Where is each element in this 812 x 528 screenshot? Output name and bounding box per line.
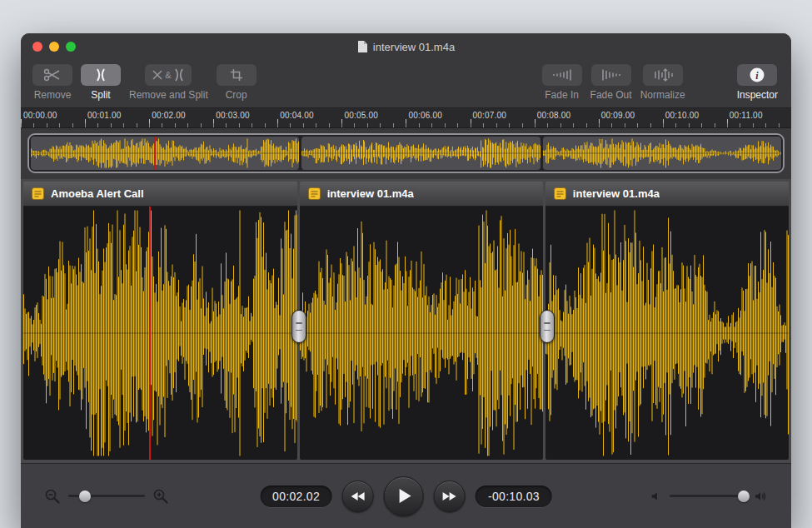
volume-low-icon[interactable]	[650, 491, 662, 502]
remove-and-split-label: Remove and Split	[129, 89, 208, 101]
track-panel-2[interactable]: interview 01.m4a	[300, 182, 543, 460]
playhead-line[interactable]	[149, 207, 151, 460]
crop-label: Crop	[226, 89, 247, 101]
fade-in-label: Fade In	[545, 89, 579, 101]
titlebar: interview 01.m4a	[21, 33, 791, 60]
effects-button-group: Fade In Fade Out Normalize	[542, 64, 685, 101]
ruler-tick-label: 00:05.00	[341, 108, 406, 127]
ruler-tick-label: 00:08.00	[535, 108, 599, 127]
scissors-icon	[32, 64, 72, 86]
edit-button-group: Remove Split & Remove and Split Crop	[32, 64, 257, 101]
normalize-button[interactable]: Normalize	[640, 64, 685, 101]
inspector-button-group: i Inspector	[737, 64, 778, 101]
track-waveform-3[interactable]	[545, 207, 789, 460]
time-ruler[interactable]: 00:00.0000:01.0000:02.0000:03.0000:04.00…	[21, 107, 791, 128]
split-drag-handle-1[interactable]	[291, 310, 306, 343]
remove-label: Remove	[34, 89, 72, 101]
split-button[interactable]: Split	[81, 64, 121, 101]
elapsed-time-display: 00:02.02	[260, 486, 332, 507]
ruler-tick-label: 00:04.00	[277, 108, 341, 127]
ruler-tick-label: 00:00.00	[21, 108, 85, 127]
zoom-in-icon[interactable]	[152, 488, 169, 505]
close-button[interactable]	[32, 42, 42, 52]
transport-controls: 00:02.02 -00:10.03	[260, 476, 552, 516]
track-header-1[interactable]: Amoeba Alert Call	[23, 182, 297, 207]
fast-forward-button[interactable]	[434, 481, 466, 512]
overview-playhead[interactable]	[154, 137, 156, 170]
ruler-tick-label: 00:09.00	[599, 108, 663, 127]
ruler-tick-label: 00:06.00	[406, 108, 470, 127]
fade-in-button[interactable]: Fade In	[542, 64, 582, 101]
play-button[interactable]	[384, 476, 424, 516]
remaining-time-display: -00:10.03	[476, 486, 552, 507]
track-waveform-1[interactable]	[23, 207, 297, 460]
remove-and-split-icon: &	[145, 64, 192, 86]
file-icon	[308, 187, 321, 200]
waveform-canvas-1	[23, 207, 297, 460]
volume-high-icon[interactable]	[754, 491, 768, 502]
normalize-label: Normalize	[640, 89, 685, 101]
fade-out-icon	[591, 64, 631, 86]
traffic-lights	[32, 33, 76, 60]
normalize-icon	[643, 64, 683, 86]
ruler-tick-label: 00:03.00	[213, 108, 277, 127]
overview-strip[interactable]	[27, 133, 785, 173]
track-waveform-2[interactable]	[300, 207, 543, 460]
track-name: interview 01.m4a	[573, 187, 660, 200]
track-panel-1[interactable]: Amoeba Alert Call	[23, 182, 297, 460]
split-drag-handle-2[interactable]	[540, 310, 555, 343]
crop-icon	[217, 64, 257, 86]
overview-waveform-1	[31, 137, 299, 170]
crop-button[interactable]: Crop	[217, 64, 257, 101]
track-panel-3[interactable]: interview 01.m4a	[545, 182, 789, 460]
fade-in-icon	[542, 64, 582, 86]
ruler-tick-label: 00:07.00	[471, 108, 535, 127]
overview-segment-1[interactable]	[31, 137, 299, 170]
volume-slider[interactable]	[670, 495, 746, 498]
minimize-button[interactable]	[49, 42, 59, 52]
track-header-3[interactable]: interview 01.m4a	[545, 182, 789, 207]
inspector-button[interactable]: i Inspector	[737, 64, 778, 101]
bottom-control-bar: 00:02.02 -00:10.03	[21, 463, 791, 528]
remove-and-split-button[interactable]: & Remove and Split	[129, 64, 208, 101]
waveform-canvas-3	[545, 207, 789, 460]
zoom-window-button[interactable]	[66, 42, 76, 52]
window-title: interview 01.m4a	[373, 41, 455, 53]
split-icon	[81, 64, 121, 86]
info-icon: i	[737, 64, 777, 86]
waveform-canvas-2	[300, 207, 543, 460]
file-icon	[32, 187, 44, 200]
split-label: Split	[91, 89, 110, 101]
ruler-tick-label: 00:01.00	[85, 108, 149, 127]
tracks-area: Amoeba Alert Call interview 01.m4a	[21, 179, 791, 463]
overview-segment-2[interactable]	[301, 137, 540, 170]
zoom-slider-knob[interactable]	[79, 491, 91, 502]
fade-out-button[interactable]: Fade Out	[590, 64, 632, 101]
zoom-out-icon[interactable]	[44, 488, 61, 505]
document-icon	[357, 40, 368, 53]
inspector-label: Inspector	[737, 89, 778, 101]
overview-waveform-3	[543, 137, 781, 170]
overview-segment-3[interactable]	[543, 137, 781, 170]
track-name: Amoeba Alert Call	[51, 187, 144, 200]
ruler-tick-label: 00:10.00	[663, 108, 727, 127]
volume-slider-knob[interactable]	[738, 491, 750, 502]
remove-button[interactable]: Remove	[32, 64, 72, 101]
toolbar: Remove Split & Remove and Split Crop	[21, 60, 791, 107]
track-header-2[interactable]: interview 01.m4a	[300, 182, 543, 207]
overview-row	[21, 128, 791, 179]
fade-out-label: Fade Out	[590, 89, 632, 101]
app-window: interview 01.m4a Remove Split & Rem	[21, 33, 791, 528]
svg-text:&: &	[166, 70, 172, 80]
ruler-tick-label: 00:11.00	[727, 108, 791, 127]
ruler-tick-label: 00:02.00	[149, 108, 213, 127]
overview-waveform-2	[301, 137, 540, 170]
zoom-controls	[44, 488, 169, 505]
rewind-button[interactable]	[342, 481, 374, 512]
file-icon	[554, 187, 566, 200]
track-name: interview 01.m4a	[327, 187, 414, 200]
volume-controls	[650, 491, 768, 502]
zoom-slider[interactable]	[68, 495, 145, 498]
